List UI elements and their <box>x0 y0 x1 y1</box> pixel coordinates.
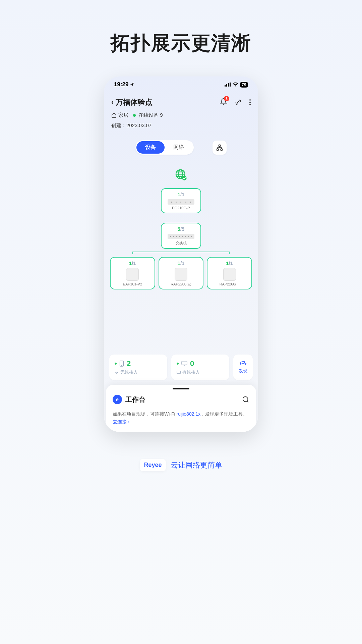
monitor-icon <box>181 361 187 366</box>
topology-icon <box>216 144 223 151</box>
gateway-node[interactable]: 1/1 EG210G-P <box>161 188 201 213</box>
status-time: 19:29 <box>114 81 128 88</box>
svg-rect-15 <box>182 361 187 365</box>
wired-label: 有线接入 <box>182 369 200 375</box>
header-title: 万福体验点 <box>116 97 153 107</box>
wired-count: 0 <box>190 359 194 368</box>
discover-button[interactable]: 发现 <box>233 355 253 380</box>
ap2-online: 1 <box>226 260 229 266</box>
online-devices-label: 在线设备 9 <box>138 112 163 118</box>
category-label: 家居 <box>118 112 128 118</box>
svg-line-20 <box>247 401 249 402</box>
switch-total: /5 <box>180 226 185 232</box>
status-bar: 19:29 79 <box>104 76 258 91</box>
topology-view: 1/1 EG210G-P 5/5 交换机 1/1 EAP101-V2 1/1 <box>104 155 258 355</box>
svg-rect-5 <box>217 149 219 150</box>
wireless-label: 无线接入 <box>120 369 138 375</box>
topology-view-button[interactable] <box>213 141 227 155</box>
tab-group: 设备 网络 <box>135 140 194 155</box>
search-icon[interactable] <box>242 396 249 403</box>
ap2-total: /1 <box>229 260 233 266</box>
gateway-online: 1 <box>178 192 180 197</box>
svg-rect-0 <box>225 85 226 87</box>
switch-online: 5 <box>178 226 180 232</box>
svg-rect-18 <box>177 371 181 374</box>
brand-slogan: 云让网络更简单 <box>171 460 222 470</box>
svg-rect-1 <box>226 84 227 87</box>
switch-node[interactable]: 5/5 交换机 <box>161 223 201 249</box>
status-dot-icon <box>177 363 179 365</box>
brand-logo: Reyee <box>140 459 166 471</box>
ap2-label: RAP2260(... <box>209 282 249 286</box>
notification-badge: 3 <box>224 96 229 101</box>
header: ‹ 万福体验点 3 家居 在线设备 9 创建：2023.03.07 <box>104 91 258 132</box>
bottom-sheet[interactable]: e 工作台 如果在项目现场，可连接Wi-Fi ruijie802.1x，发现更多… <box>106 385 256 432</box>
sheet-handle[interactable] <box>173 388 189 389</box>
notification-button[interactable]: 3 <box>220 98 227 107</box>
gateway-device-icon <box>168 199 194 205</box>
ap2-device-icon <box>223 268 236 281</box>
ap0-device-icon <box>126 268 139 281</box>
ap1-device-icon <box>175 268 187 281</box>
wireless-count: 2 <box>127 359 131 368</box>
workbench-logo-icon: e <box>113 395 122 404</box>
tip-suffix: ，发现更多现场工具。 <box>200 411 247 417</box>
sheet-title: 工作台 <box>125 395 145 404</box>
svg-rect-6 <box>221 149 222 150</box>
discover-label: 发现 <box>239 368 247 374</box>
ap-node-2[interactable]: 1/1 RAP2260(... <box>207 257 252 289</box>
online-devices: 在线设备 9 <box>133 112 163 118</box>
wired-stat-card[interactable]: 0 有线接入 <box>171 355 229 380</box>
signal-icon <box>225 83 231 87</box>
connect-link[interactable]: 去连接 › <box>113 419 130 424</box>
wireless-stat-card[interactable]: 2 无线接入 <box>109 355 167 380</box>
tip-prefix: 如果在项目现场，可连接Wi-Fi <box>113 411 177 417</box>
created-date: 创建：2023.03.07 <box>111 122 251 129</box>
gateway-label: EG210G-P <box>164 206 198 210</box>
svg-rect-3 <box>230 83 231 87</box>
battery-indicator: 79 <box>240 82 248 88</box>
camera-icon <box>239 361 247 367</box>
more-button[interactable] <box>249 99 251 105</box>
tab-network[interactable]: 网络 <box>165 141 193 154</box>
status-dot-icon <box>115 363 117 365</box>
tip-wifi: ruijie802.1x <box>177 411 201 417</box>
gateway-total: /1 <box>180 192 185 197</box>
ap-node-1[interactable]: 1/1 RAP2200(E) <box>159 257 204 289</box>
phone-icon <box>119 361 124 367</box>
online-dot-icon <box>133 114 136 117</box>
page-title: 拓扑展示更清淅 <box>111 30 251 56</box>
ap0-label: EAP101-V2 <box>113 282 153 286</box>
svg-point-19 <box>243 397 248 402</box>
sheet-tip: 如果在项目现场，可连接Wi-Fi ruijie802.1x，发现更多现场工具。 … <box>113 410 249 425</box>
footer: Reyee 云让网络更简单 <box>140 459 222 471</box>
location-arrow-icon <box>130 82 134 87</box>
svg-rect-4 <box>219 145 221 146</box>
ap1-total: /1 <box>180 260 185 266</box>
back-button[interactable]: ‹ 万福体验点 <box>111 97 153 107</box>
switch-device-icon <box>168 234 194 239</box>
ap1-online: 1 <box>178 260 180 266</box>
internet-icon <box>174 168 188 181</box>
home-icon <box>111 113 117 118</box>
ap-node-0[interactable]: 1/1 EAP101-V2 <box>110 257 155 289</box>
chevron-left-icon: ‹ <box>111 98 114 107</box>
tab-device[interactable]: 设备 <box>136 141 165 154</box>
ethernet-icon <box>177 371 181 374</box>
phone-frame: 19:29 79 ‹ 万福体验点 3 <box>104 76 258 432</box>
svg-rect-2 <box>228 83 229 87</box>
category-tag: 家居 <box>111 112 128 118</box>
ap0-online: 1 <box>129 260 132 266</box>
switch-label: 交换机 <box>164 240 198 246</box>
ap0-total: /1 <box>132 260 136 266</box>
wifi-icon <box>233 83 238 87</box>
wifi-small-icon <box>115 371 119 374</box>
share-icon[interactable] <box>235 99 242 106</box>
